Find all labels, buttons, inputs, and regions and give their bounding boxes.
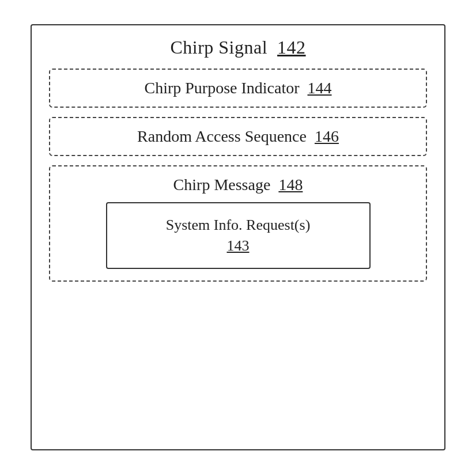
random-access-sequence-box: Random Access Sequence 146 bbox=[49, 117, 427, 156]
outer-title: Chirp Signal 142 bbox=[170, 37, 305, 58]
chirp-message-label: Chirp Message 148 bbox=[173, 176, 303, 194]
chirp-signal-diagram: Chirp Signal 142 Chirp Purpose Indicator… bbox=[31, 24, 445, 450]
chirp-message-box: Chirp Message 148 System Info. Request(s… bbox=[49, 165, 427, 282]
system-info-request-label: System Info. Request(s) 143 bbox=[166, 215, 311, 257]
system-info-request-box: System Info. Request(s) 143 bbox=[106, 202, 371, 270]
random-access-sequence-label: Random Access Sequence 146 bbox=[137, 127, 339, 146]
chirp-purpose-indicator-box: Chirp Purpose Indicator 144 bbox=[49, 69, 427, 108]
chirp-purpose-indicator-label: Chirp Purpose Indicator 144 bbox=[144, 79, 331, 97]
